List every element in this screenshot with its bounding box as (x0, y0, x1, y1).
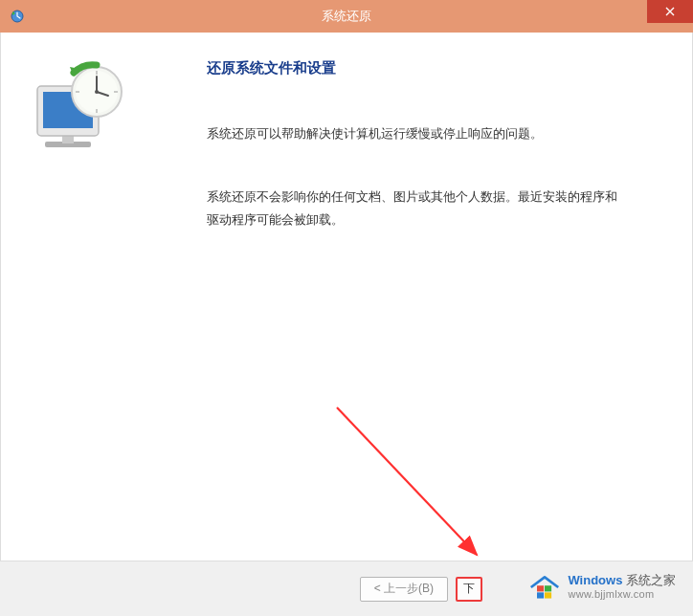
close-button[interactable] (647, 0, 693, 23)
system-restore-icon (28, 59, 133, 165)
side-panel (1, 33, 178, 561)
app-icon (10, 9, 25, 24)
window-body: 还原系统文件和设置 系统还原可以帮助解决使计算机运行缓慢或停止响应的问题。 系统… (0, 33, 693, 561)
svg-rect-18 (545, 592, 551, 598)
back-button[interactable]: < 上一步(B) (360, 577, 448, 602)
watermark-url: www.bjjmlxw.com (568, 588, 676, 601)
description-paragraph-2: 系统还原不会影响你的任何文档、图片或其他个人数据。最近安装的程序和驱动程序可能会… (207, 187, 625, 232)
watermark: Windows 系统之家 www.bjjmlxw.com (527, 572, 676, 603)
watermark-brand: Windows 系统之家 (568, 574, 676, 588)
window-title: 系统还原 (322, 8, 371, 25)
content-panel: 还原系统文件和设置 系统还原可以帮助解决使计算机运行缓慢或停止响应的问题。 系统… (178, 33, 692, 561)
titlebar: 系统还原 (0, 0, 693, 33)
watermark-text: Windows 系统之家 www.bjjmlxw.com (568, 574, 676, 601)
watermark-brand-prefix: Windows (568, 573, 622, 587)
close-icon (665, 7, 675, 16)
svg-rect-16 (545, 585, 551, 591)
watermark-brand-suffix: 系统之家 (622, 573, 676, 587)
svg-rect-15 (537, 585, 544, 591)
windows-logo-icon (527, 572, 562, 603)
next-button[interactable]: 下 (456, 577, 482, 602)
svg-rect-17 (537, 592, 544, 598)
page-heading: 还原系统文件和设置 (207, 59, 625, 77)
description-paragraph-1: 系统还原可以帮助解决使计算机运行缓慢或停止响应的问题。 (207, 123, 625, 146)
